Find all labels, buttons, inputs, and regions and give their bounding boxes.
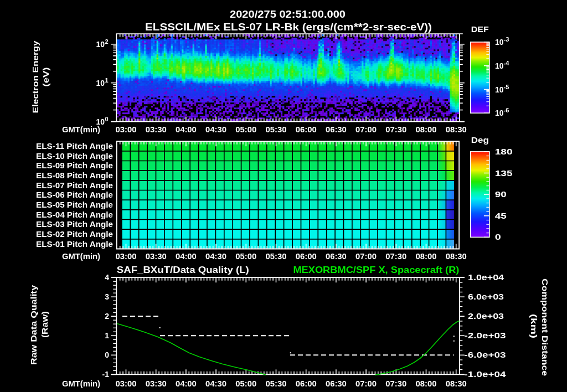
svg-text:03:00: 03:00 — [116, 379, 137, 388]
svg-text:06:30: 06:30 — [326, 125, 347, 134]
svg-text:SAF_BXuT/Data Quality (L): SAF_BXuT/Data Quality (L) — [117, 265, 249, 275]
svg-text:10: 10 — [495, 85, 504, 94]
svg-text:03:30: 03:30 — [146, 379, 167, 388]
svg-text:GMT(min): GMT(min) — [62, 379, 100, 388]
svg-text:0: 0 — [495, 233, 501, 241]
svg-text:2: 2 — [105, 312, 109, 321]
svg-text:06:30: 06:30 — [326, 252, 347, 261]
svg-text:08:00: 08:00 — [416, 252, 437, 261]
svg-text:ELS-07 Pitch Angle: ELS-07 Pitch Angle — [36, 181, 113, 190]
svg-text:-2.0e+03: -2.0e+03 — [465, 331, 506, 340]
svg-text:04:30: 04:30 — [205, 252, 226, 261]
svg-text:ELS-11 Pitch Angle: ELS-11 Pitch Angle — [36, 142, 113, 151]
svg-text:10: 10 — [495, 38, 504, 47]
svg-text:07:30: 07:30 — [385, 125, 406, 134]
svg-text:08:30: 08:30 — [446, 125, 467, 134]
svg-text:ELS-01 Pitch Angle: ELS-01 Pitch Angle — [36, 240, 113, 249]
svg-text:-3: -3 — [504, 36, 509, 43]
svg-text:90: 90 — [495, 190, 507, 199]
svg-text:DEF: DEF — [471, 24, 489, 34]
svg-text:04:00: 04:00 — [176, 379, 197, 388]
svg-text:6.0e+03: 6.0e+03 — [468, 292, 504, 301]
svg-text:07:00: 07:00 — [355, 379, 377, 388]
svg-text:04:30: 04:30 — [205, 125, 226, 134]
svg-text:3: 3 — [105, 292, 109, 301]
svg-text:08:30: 08:30 — [446, 379, 467, 388]
svg-text:ELS-05 Pitch Angle: ELS-05 Pitch Angle — [36, 200, 113, 209]
svg-text:10: 10 — [96, 79, 105, 87]
svg-text:-5: -5 — [504, 84, 509, 90]
svg-text:2: 2 — [105, 38, 109, 45]
svg-text:Raw Data Quality: Raw Data Quality — [29, 285, 38, 365]
svg-text:05:00: 05:00 — [235, 252, 256, 261]
svg-text:04:00: 04:00 — [176, 252, 197, 261]
svg-text:135: 135 — [495, 169, 513, 178]
svg-text:03:30: 03:30 — [146, 252, 167, 261]
svg-text:ELS-03 Pitch Angle: ELS-03 Pitch Angle — [36, 220, 113, 229]
svg-text:08:00: 08:00 — [416, 379, 437, 388]
svg-text:05:30: 05:30 — [266, 252, 287, 261]
svg-text:2020/275 02:51:00.000: 2020/275 02:51:00.000 — [230, 9, 346, 20]
svg-text:2.0e+03: 2.0e+03 — [468, 312, 504, 321]
svg-text:ELS-06 Pitch Angle: ELS-06 Pitch Angle — [36, 190, 113, 199]
svg-text:-1.0e+04: -1.0e+04 — [465, 370, 506, 379]
svg-text:(Raw): (Raw) — [40, 311, 49, 338]
svg-text:GMT(min): GMT(min) — [62, 125, 100, 134]
svg-text:1: 1 — [105, 331, 109, 340]
svg-text:07:30: 07:30 — [385, 379, 406, 388]
svg-text:ELS-02 Pitch Angle: ELS-02 Pitch Angle — [36, 230, 113, 239]
svg-text:05:30: 05:30 — [266, 379, 287, 388]
svg-text:10: 10 — [96, 40, 105, 49]
svg-text:1.0e+04: 1.0e+04 — [468, 273, 504, 282]
svg-text:180: 180 — [495, 147, 513, 156]
svg-text:-6: -6 — [504, 107, 509, 114]
svg-text:04:00: 04:00 — [176, 125, 197, 134]
svg-text:05:00: 05:00 — [235, 379, 256, 388]
svg-text:04:30: 04:30 — [205, 379, 226, 388]
svg-text:06:00: 06:00 — [296, 252, 317, 261]
svg-text:10: 10 — [495, 61, 504, 70]
svg-text:10: 10 — [495, 109, 504, 117]
svg-text:ELS-04 Pitch Angle: ELS-04 Pitch Angle — [36, 210, 113, 219]
svg-text:ELS-08 Pitch Angle: ELS-08 Pitch Angle — [36, 171, 113, 180]
svg-text:4: 4 — [105, 273, 109, 282]
svg-text:03:00: 03:00 — [116, 252, 137, 261]
svg-text:03:00: 03:00 — [116, 125, 137, 134]
svg-text:-4: -4 — [504, 60, 510, 66]
svg-text:ELSSCIL/MEx ELS-07 LR-Bk (erg: ELSSCIL/MEx ELS-07 LR-Bk (ergs/(cm**2-sr… — [145, 22, 432, 33]
svg-text:-6.0e+03: -6.0e+03 — [465, 350, 506, 359]
svg-text:06:00: 06:00 — [296, 125, 317, 134]
svg-text:ELS-09 Pitch Angle: ELS-09 Pitch Angle — [36, 161, 113, 170]
svg-text:Deg: Deg — [471, 135, 489, 145]
svg-text:05:30: 05:30 — [266, 125, 287, 134]
svg-text:Component Distance: Component Distance — [540, 278, 549, 376]
svg-text:05:00: 05:00 — [235, 125, 256, 134]
svg-text:GMT(min): GMT(min) — [62, 252, 100, 261]
svg-text:07:30: 07:30 — [385, 252, 406, 261]
svg-text:1: 1 — [105, 77, 109, 84]
svg-text:07:00: 07:00 — [355, 252, 377, 261]
svg-text:ELS-10 Pitch Angle: ELS-10 Pitch Angle — [36, 152, 113, 161]
svg-text:08:00: 08:00 — [416, 125, 437, 134]
svg-text:08:30: 08:30 — [446, 252, 467, 261]
svg-text:0: 0 — [105, 116, 109, 122]
svg-text:Electron Energy: Electron Energy — [31, 40, 40, 113]
svg-text:06:30: 06:30 — [326, 379, 347, 388]
svg-text:(km): (km) — [529, 314, 538, 338]
svg-text:45: 45 — [495, 212, 507, 220]
svg-text:(eV): (eV) — [42, 68, 50, 87]
svg-text:0: 0 — [105, 350, 109, 359]
svg-text:-1: -1 — [102, 370, 110, 379]
svg-text:03:30: 03:30 — [146, 125, 167, 134]
svg-text:MEXORBMC/SPF X, Spacecraft (R): MEXORBMC/SPF X, Spacecraft (R) — [293, 265, 459, 275]
svg-text:07:00: 07:00 — [355, 125, 377, 134]
svg-text:06:00: 06:00 — [296, 379, 317, 388]
